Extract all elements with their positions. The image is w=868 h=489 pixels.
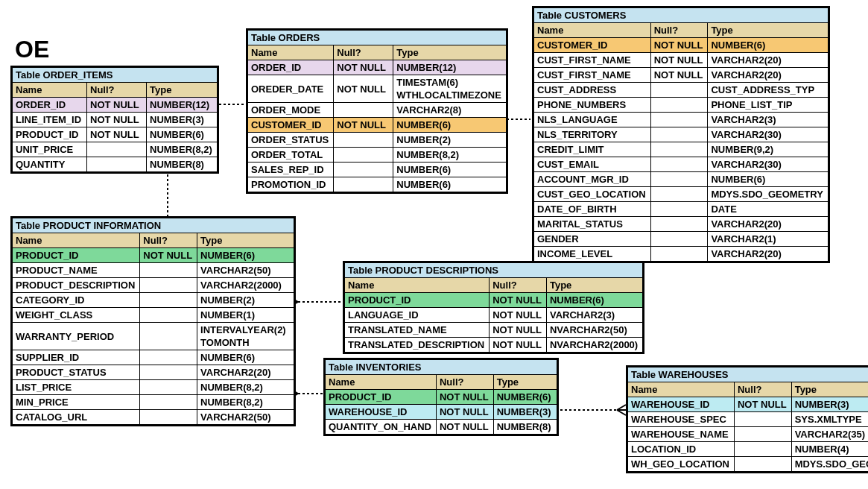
table-product-information: Table PRODUCT INFORMATIONNameNull?TypePR… — [10, 216, 296, 426]
cell-null — [734, 442, 791, 457]
cell-type: SYS.XMLTYPE — [791, 412, 868, 427]
cell-type: NUMBER(6) — [546, 293, 642, 308]
table-row: WH_GEO_LOCATIONMDYS.SDO_GEOMETRY — [628, 457, 869, 472]
cell-type: NUMBER(12) — [147, 98, 218, 113]
cell-name: CUST_GEO_LOCATION — [534, 187, 651, 202]
cell-type: NUMBER(6) — [393, 177, 507, 192]
cell-type: NUMBER(2) — [393, 133, 507, 148]
cell-null: NOT NULL — [650, 68, 708, 83]
cell-null: NOT NULL — [334, 75, 393, 103]
col-type: Type — [147, 83, 218, 98]
table-row: WAREHOUSE_IDNOT NULLNUMBER(3) — [628, 397, 869, 412]
cell-null — [650, 187, 708, 202]
cell-null — [140, 308, 197, 323]
col-name: Name — [248, 45, 334, 60]
table-title: Table INVENTORIES — [326, 360, 557, 375]
cell-null — [734, 427, 791, 442]
cell-name: CUST_EMAIL — [534, 157, 651, 172]
connector-productinfo-descriptions — [289, 294, 344, 309]
col-name: Name — [345, 278, 490, 293]
col-null: Null? — [650, 23, 708, 38]
cell-name: DATE_OF_BIRTH — [534, 202, 651, 217]
cell-name: ORDER_STATUS — [248, 133, 334, 148]
table-row: CUST_GEO_LOCATIONMDYS.SDO_GEOMETRY — [534, 187, 829, 202]
cell-null: NOT NULL — [734, 397, 791, 412]
cell-name: ORDER_MODE — [248, 103, 334, 118]
cell-name: WAREHOUSE_ID — [628, 397, 735, 412]
cell-null — [140, 263, 197, 278]
table-product-descriptions: Table PRODUCT DESCRIPTIONSNameNull?TypeP… — [343, 261, 644, 354]
cell-type: TIMESTAM(6)WTHLOCALTIMEZONE — [393, 75, 507, 103]
table-row: LOCATION_IDNUMBER(4) — [628, 442, 869, 457]
col-null: Null? — [734, 382, 791, 397]
cell-name: PRODUCT_ID — [13, 248, 140, 263]
table-row: CATALOG_URLVARCHAR2(50) — [13, 410, 294, 425]
cell-type: VARCHAR2(35) — [791, 427, 868, 442]
cell-null: NOT NULL — [87, 98, 147, 113]
cell-name: LIST_PRICE — [13, 380, 140, 395]
table-inventories: Table INVENTORIESNameNull?TypePRODUCT_ID… — [323, 358, 559, 436]
table-row: ORDER_IDNOT NULLNUMBER(12) — [13, 98, 218, 113]
cell-name: CREDIT_LIMIT — [534, 142, 651, 157]
table-row: TRANSLATED_NAMENOT NULLNVARCHAR2(50) — [345, 323, 643, 338]
table-row: NLS_TERRITORYVARCHAR2(30) — [534, 127, 829, 142]
cell-name: QUANTITY — [13, 157, 87, 172]
cell-name: WH_GEO_LOCATION — [628, 457, 735, 472]
cell-type: NUMBER(8,2) — [147, 142, 218, 157]
cell-type: VARCHAR2(20) — [708, 217, 828, 232]
cell-type: MDYS.SDO_GEOMETRY — [791, 457, 868, 472]
cell-type: NVARCHAR2(2000) — [546, 338, 642, 353]
cell-type: NUMBER(8,2) — [197, 380, 294, 395]
table-row: CATEGORY_IDNUMBER(2) — [13, 293, 294, 308]
cell-null — [650, 142, 708, 157]
cell-name: PRODUCT_ID — [326, 390, 437, 405]
table-row: LANGUAGE_IDNOT NULLVARCHAR2(3) — [345, 308, 643, 323]
table-row: MARITAL_STATUSVARCHAR2(20) — [534, 217, 829, 232]
cell-null — [650, 83, 708, 98]
table-title: Table CUSTOMERS — [534, 8, 829, 23]
cell-name: CUSTOMER_ID — [248, 118, 334, 133]
table-row: SUPPLIER_IDNUMBER(6) — [13, 350, 294, 365]
table-row: QUANTITY_ON_HANDNOT NULLNUMBER(8) — [326, 420, 557, 435]
cell-null — [140, 365, 197, 380]
cell-type: NUMBER(2) — [197, 293, 294, 308]
cell-name: PROMOTION_ID — [248, 177, 334, 192]
cell-type: MDYS.SDO_GEOMETRY — [708, 187, 828, 202]
schema-title: OE — [15, 36, 49, 63]
cell-type: NUMBER(6) — [493, 390, 557, 405]
cell-null — [650, 113, 708, 127]
table-row: ORDER_TOTALNUMBER(8,2) — [248, 148, 507, 163]
table-title: Table WAREHOUSES — [628, 367, 869, 382]
cell-null: NOT NULL — [650, 38, 708, 53]
cell-name: CATEGORY_ID — [13, 293, 140, 308]
table-row: PRODUCT_NAMEVARCHAR2(50) — [13, 263, 294, 278]
cell-type: VARCHAR2(30) — [708, 127, 828, 142]
cell-name: PHONE_NUMBERS — [534, 98, 651, 113]
cell-null: NOT NULL — [490, 338, 547, 353]
table-row: OREDER_DATENOT NULLTIMESTAM(6)WTHLOCALTI… — [248, 75, 507, 103]
col-type: Type — [493, 375, 557, 390]
cell-type: NUMBER(8) — [493, 420, 557, 435]
cell-name: MIN_PRICE — [13, 395, 140, 410]
table-row: TRANSLATED_DESCRIPTIONNOT NULLNVARCHAR2(… — [345, 338, 643, 353]
cell-null: NOT NULL — [490, 293, 547, 308]
table-title: Table ORDER_ITEMS — [13, 68, 218, 83]
cell-null — [650, 232, 708, 247]
table-row: PHONE_NUMBERSPHONE_LIST_TIP — [534, 98, 829, 113]
cell-type: VARCHAR2(2000) — [197, 278, 294, 293]
col-name: Name — [534, 23, 651, 38]
cell-null — [140, 395, 197, 410]
table-row: PROMOTION_IDNUMBER(6) — [248, 177, 507, 192]
cell-name: CATALOG_URL — [13, 410, 140, 425]
cell-type: NUMBER(8) — [147, 157, 218, 172]
table-row: ORDER_STATUSNUMBER(2) — [248, 133, 507, 148]
cell-name: ORDER_ID — [13, 98, 87, 113]
table-title: Table PRODUCT INFORMATION — [13, 218, 294, 233]
cell-null — [140, 323, 197, 350]
col-null: Null? — [334, 45, 393, 60]
cell-null — [650, 217, 708, 232]
cell-type: NUMBER(6) — [197, 248, 294, 263]
table-row: ORDER_IDNOT NULLNUMBER(12) — [248, 60, 507, 75]
col-name: Name — [13, 233, 140, 248]
cell-name: CUST_FIRST_NAME — [534, 68, 651, 83]
